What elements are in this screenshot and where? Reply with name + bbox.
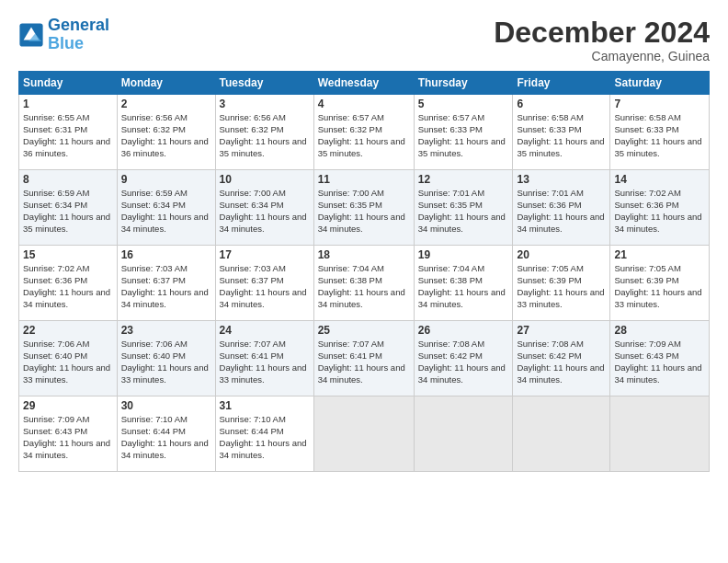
logo: General Blue [18,17,109,53]
table-cell: 18 Sunrise: 7:04 AM Sunset: 6:38 PM Dayl… [313,246,414,321]
table-cell [513,396,610,472]
day-number: 12 [418,173,509,186]
day-number: 4 [318,98,410,110]
day-detail: Sunrise: 7:08 AM Sunset: 6:42 PM Dayligh… [418,339,509,385]
day-number: 21 [614,248,705,261]
table-cell: 28 Sunrise: 7:09 AM Sunset: 6:43 PM Dayl… [610,321,710,396]
day-detail: Sunrise: 6:56 AM Sunset: 6:32 PM Dayligh… [220,112,310,159]
day-number: 6 [517,98,606,110]
day-detail: Sunrise: 7:06 AM Sunset: 6:40 PM Dayligh… [121,339,211,385]
day-detail: Sunrise: 6:58 AM Sunset: 6:33 PM Dayligh… [614,112,705,159]
day-number: 9 [121,173,211,186]
day-number: 16 [121,248,211,261]
col-saturday: Saturday [610,72,710,95]
day-number: 31 [220,399,310,412]
table-cell: 5 Sunrise: 6:57 AM Sunset: 6:33 PM Dayli… [414,95,513,170]
table-cell: 2 Sunrise: 6:56 AM Sunset: 6:32 PM Dayli… [117,95,215,170]
location: Camayenne, Guinea [494,49,710,63]
day-number: 26 [418,324,509,337]
day-detail: Sunrise: 7:03 AM Sunset: 6:37 PM Dayligh… [220,263,310,310]
calendar-table: Sunday Monday Tuesday Wednesday Thursday… [18,71,710,472]
day-number: 18 [318,248,410,261]
day-number: 30 [121,399,211,412]
day-number: 23 [121,324,211,337]
day-detail: Sunrise: 6:57 AM Sunset: 6:33 PM Dayligh… [418,112,509,159]
table-cell: 7 Sunrise: 6:58 AM Sunset: 6:33 PM Dayli… [610,95,710,170]
day-detail: Sunrise: 7:04 AM Sunset: 6:38 PM Dayligh… [318,263,410,310]
table-cell: 13 Sunrise: 7:01 AM Sunset: 6:36 PM Dayl… [513,170,610,246]
day-detail: Sunrise: 7:00 AM Sunset: 6:34 PM Dayligh… [220,188,310,235]
day-number: 25 [318,324,410,337]
col-tuesday: Tuesday [215,72,313,95]
table-cell: 17 Sunrise: 7:03 AM Sunset: 6:37 PM Dayl… [215,246,313,321]
table-cell: 22 Sunrise: 7:06 AM Sunset: 6:40 PM Dayl… [19,321,118,396]
table-cell: 8 Sunrise: 6:59 AM Sunset: 6:34 PM Dayli… [19,170,118,246]
table-cell [414,396,513,472]
title-block: December 2024 Camayenne, Guinea [494,17,710,63]
table-cell: 26 Sunrise: 7:08 AM Sunset: 6:42 PM Dayl… [414,321,513,396]
day-detail: Sunrise: 7:06 AM Sunset: 6:40 PM Dayligh… [23,339,113,385]
day-detail: Sunrise: 6:56 AM Sunset: 6:32 PM Dayligh… [121,112,211,159]
day-number: 13 [517,173,606,186]
table-cell: 24 Sunrise: 7:07 AM Sunset: 6:41 PM Dayl… [215,321,313,396]
day-detail: Sunrise: 7:10 AM Sunset: 6:44 PM Dayligh… [220,414,310,461]
day-number: 19 [418,248,509,261]
col-monday: Monday [117,72,215,95]
table-cell: 31 Sunrise: 7:10 AM Sunset: 6:44 PM Dayl… [215,396,313,472]
col-wednesday: Wednesday [313,72,414,95]
calendar-header-row: Sunday Monday Tuesday Wednesday Thursday… [19,72,710,95]
table-cell: 6 Sunrise: 6:58 AM Sunset: 6:33 PM Dayli… [513,95,610,170]
table-cell [610,396,710,472]
day-number: 11 [318,173,410,186]
day-detail: Sunrise: 7:10 AM Sunset: 6:44 PM Dayligh… [121,414,211,461]
logo-text: General Blue [48,17,109,53]
table-cell: 10 Sunrise: 7:00 AM Sunset: 6:34 PM Dayl… [215,170,313,246]
col-thursday: Thursday [414,72,513,95]
page: General Blue December 2024 Camayenne, Gu… [0,0,728,563]
day-number: 8 [23,173,113,186]
day-detail: Sunrise: 7:09 AM Sunset: 6:43 PM Dayligh… [23,414,113,461]
day-number: 5 [418,98,509,110]
day-number: 1 [23,98,113,110]
table-cell: 15 Sunrise: 7:02 AM Sunset: 6:36 PM Dayl… [19,246,118,321]
day-number: 2 [121,98,211,110]
day-detail: Sunrise: 7:03 AM Sunset: 6:37 PM Dayligh… [121,263,211,310]
table-cell: 29 Sunrise: 7:09 AM Sunset: 6:43 PM Dayl… [19,396,118,472]
table-cell [313,396,414,472]
table-cell: 1 Sunrise: 6:55 AM Sunset: 6:31 PM Dayli… [19,95,118,170]
table-cell: 12 Sunrise: 7:01 AM Sunset: 6:35 PM Dayl… [414,170,513,246]
day-detail: Sunrise: 7:04 AM Sunset: 6:38 PM Dayligh… [418,263,509,310]
day-number: 3 [220,98,310,110]
day-number: 17 [220,248,310,261]
table-cell: 11 Sunrise: 7:00 AM Sunset: 6:35 PM Dayl… [313,170,414,246]
col-sunday: Sunday [19,72,118,95]
day-number: 29 [23,399,113,412]
day-number: 14 [614,173,705,186]
day-number: 24 [220,324,310,337]
logo-icon [18,22,44,48]
day-detail: Sunrise: 7:02 AM Sunset: 6:36 PM Dayligh… [23,263,113,310]
col-friday: Friday [513,72,610,95]
day-detail: Sunrise: 6:57 AM Sunset: 6:32 PM Dayligh… [318,112,410,159]
day-detail: Sunrise: 6:59 AM Sunset: 6:34 PM Dayligh… [121,188,211,235]
table-cell: 19 Sunrise: 7:04 AM Sunset: 6:38 PM Dayl… [414,246,513,321]
day-number: 28 [614,324,705,337]
day-detail: Sunrise: 7:02 AM Sunset: 6:36 PM Dayligh… [614,188,705,235]
table-cell: 25 Sunrise: 7:07 AM Sunset: 6:41 PM Dayl… [313,321,414,396]
header: General Blue December 2024 Camayenne, Gu… [18,17,710,63]
day-detail: Sunrise: 7:01 AM Sunset: 6:35 PM Dayligh… [418,188,509,235]
day-detail: Sunrise: 6:58 AM Sunset: 6:33 PM Dayligh… [517,112,606,159]
table-cell: 16 Sunrise: 7:03 AM Sunset: 6:37 PM Dayl… [117,246,215,321]
day-detail: Sunrise: 7:07 AM Sunset: 6:41 PM Dayligh… [220,339,310,385]
day-detail: Sunrise: 7:07 AM Sunset: 6:41 PM Dayligh… [318,339,410,385]
table-cell: 21 Sunrise: 7:05 AM Sunset: 6:39 PM Dayl… [610,246,710,321]
day-number: 15 [23,248,113,261]
day-detail: Sunrise: 7:08 AM Sunset: 6:42 PM Dayligh… [517,339,606,385]
day-number: 7 [614,98,705,110]
month-title: December 2024 [494,17,710,49]
table-cell: 27 Sunrise: 7:08 AM Sunset: 6:42 PM Dayl… [513,321,610,396]
table-cell: 23 Sunrise: 7:06 AM Sunset: 6:40 PM Dayl… [117,321,215,396]
day-detail: Sunrise: 7:05 AM Sunset: 6:39 PM Dayligh… [517,263,606,310]
table-cell: 14 Sunrise: 7:02 AM Sunset: 6:36 PM Dayl… [610,170,710,246]
table-cell: 9 Sunrise: 6:59 AM Sunset: 6:34 PM Dayli… [117,170,215,246]
